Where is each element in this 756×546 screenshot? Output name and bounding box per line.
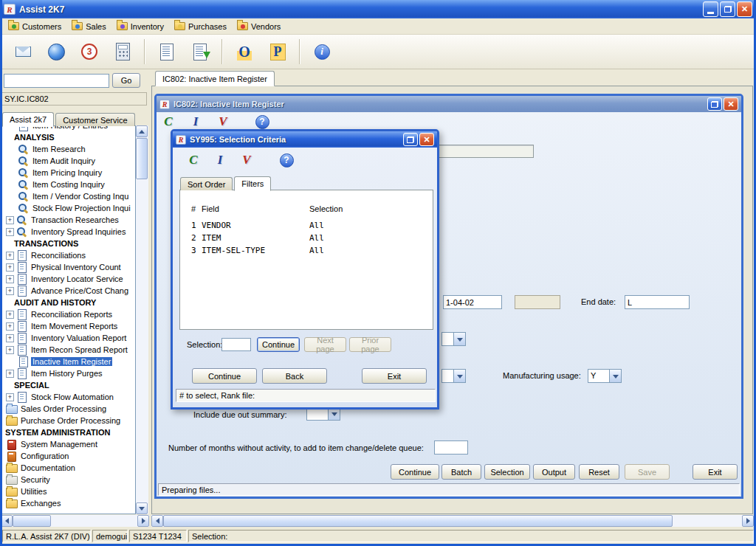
- tab-filters[interactable]: Filters: [234, 176, 271, 191]
- save-button[interactable]: Save: [625, 464, 670, 480]
- criteria-i-icon[interactable]: I: [211, 152, 229, 168]
- tree-item[interactable]: Item Movement Reports: [2, 320, 135, 332]
- start-date-input[interactable]: [443, 295, 502, 309]
- restore-button[interactable]: [720, 1, 735, 17]
- scroll-right-button[interactable]: [137, 515, 149, 527]
- months-input[interactable]: [434, 440, 468, 455]
- next-page-button[interactable]: Next page: [304, 337, 346, 352]
- dialog-back-button[interactable]: Back: [262, 368, 327, 384]
- go-button[interactable]: Go: [112, 73, 140, 88]
- tree-item[interactable]: Item Recon Spread Report: [2, 344, 135, 356]
- search-input[interactable]: [4, 74, 109, 88]
- tree-item[interactable]: Inventory Valuation Report: [2, 332, 135, 344]
- tree-item[interactable]: Inventory Spread Inquiries: [2, 226, 135, 238]
- scroll-thumb[interactable]: [13, 515, 51, 527]
- tree-item[interactable]: Stock Flow Projection Inqui: [2, 202, 135, 214]
- menu-vendors[interactable]: Vendors: [233, 21, 287, 32]
- tab-assist-2k7[interactable]: Assist 2k7: [2, 112, 54, 127]
- menu-sales[interactable]: Sales: [68, 21, 113, 32]
- expand-plus-icon[interactable]: [6, 393, 14, 401]
- tree-item[interactable]: Item Pricing Inquiry: [2, 167, 135, 179]
- output-button[interactable]: Output: [533, 464, 575, 480]
- expand-plus-icon[interactable]: [6, 252, 14, 260]
- end-date-input[interactable]: [625, 295, 690, 309]
- help-icon[interactable]: ?: [278, 152, 295, 168]
- main-horizontal-scrollbar[interactable]: [151, 515, 754, 527]
- tree-item[interactable]: Item Audit Inquiry: [2, 155, 135, 167]
- selection-button[interactable]: Selection: [484, 464, 530, 480]
- scroll-thumb[interactable]: [136, 138, 148, 179]
- tree-item[interactable]: System Management: [2, 438, 135, 450]
- import-icon[interactable]: [188, 38, 213, 65]
- tree-item[interactable]: Transaction Researches: [2, 214, 135, 226]
- tree-item[interactable]: Reconciliation Reports: [2, 308, 135, 320]
- manufacturing-usage-dropdown[interactable]: Y: [588, 369, 622, 383]
- partial-dropdown[interactable]: [441, 332, 466, 346]
- tree-item[interactable]: ANALYSIS: [2, 131, 135, 143]
- tree-item[interactable]: Documentation: [2, 462, 135, 474]
- expand-plus-icon[interactable]: [6, 311, 14, 319]
- tree-item[interactable]: Inventory Locator Service: [2, 273, 135, 285]
- tab-customer-service[interactable]: Customer Service: [55, 113, 134, 126]
- selection-input[interactable]: [221, 338, 251, 351]
- publisher-icon[interactable]: P: [265, 38, 290, 65]
- scroll-thumb[interactable]: [163, 515, 673, 527]
- dropdown-arrow-icon[interactable]: [609, 370, 621, 382]
- minimize-button[interactable]: [703, 1, 718, 17]
- tree-item[interactable]: Exchanges: [2, 497, 135, 509]
- dropdown-arrow-icon[interactable]: [328, 408, 340, 420]
- tree-vertical-scrollbar[interactable]: [136, 125, 148, 514]
- criteria-row[interactable]: 1 VENDOR All: [180, 220, 433, 232]
- batch-button[interactable]: Batch: [441, 464, 481, 480]
- tree-item[interactable]: SPECIAL: [2, 379, 135, 391]
- tree-item[interactable]: Item Research: [2, 143, 135, 155]
- sidebar-horizontal-scrollbar[interactable]: [1, 515, 149, 527]
- tree-item[interactable]: AUDIT AND HISTORY: [2, 297, 135, 308]
- tab-sort-order[interactable]: Sort Order: [180, 177, 233, 190]
- report-document-icon[interactable]: [154, 38, 179, 65]
- tree-item[interactable]: Purchase Order Processing: [2, 415, 135, 426]
- expand-plus-icon[interactable]: [6, 287, 14, 295]
- window-i-icon[interactable]: I: [187, 114, 205, 130]
- tree-item[interactable]: Security: [2, 474, 135, 485]
- window-help-icon[interactable]: ?: [253, 114, 271, 130]
- globe-icon[interactable]: [44, 38, 69, 65]
- menu-customers[interactable]: Customers: [4, 21, 68, 32]
- selection-continue-button[interactable]: Continue: [257, 337, 300, 352]
- close-button[interactable]: ✕: [737, 1, 752, 17]
- expand-plus-icon[interactable]: [6, 216, 14, 224]
- continue-button[interactable]: Continue: [391, 464, 439, 480]
- scroll-right-button[interactable]: [742, 515, 754, 527]
- criteria-row[interactable]: 3 ITEM-SEL-TYPE All: [180, 245, 433, 258]
- prior-page-button[interactable]: Prior page: [349, 337, 391, 352]
- tree-item[interactable]: Reconciliations: [2, 249, 135, 261]
- tree-item[interactable]: TRANSACTIONS: [2, 238, 135, 249]
- clock-icon[interactable]: 3: [77, 38, 102, 65]
- tree-item[interactable]: Item Costing Inquiry: [2, 179, 135, 190]
- tree-item[interactable]: Stock Flow Automation: [2, 391, 135, 403]
- window-c-icon[interactable]: C: [159, 114, 177, 130]
- expand-plus-icon[interactable]: [6, 346, 14, 354]
- mail-icon[interactable]: [10, 38, 35, 65]
- tree-item[interactable]: Advance Price/Cost Chang: [2, 285, 135, 297]
- menu-purchases[interactable]: Purchases: [171, 21, 233, 32]
- tree-item[interactable]: Configuration: [2, 450, 135, 462]
- expand-plus-icon[interactable]: [6, 228, 14, 236]
- expand-plus-icon[interactable]: [6, 322, 14, 331]
- partial-dropdown[interactable]: [441, 369, 466, 383]
- window-v-icon[interactable]: V: [214, 114, 232, 130]
- info-icon[interactable]: i: [309, 38, 334, 65]
- reset-button[interactable]: Reset: [579, 464, 619, 480]
- scroll-left-button[interactable]: [1, 515, 13, 527]
- scroll-down-button[interactable]: [136, 502, 148, 514]
- tree-item[interactable]: Item History Purges: [2, 367, 135, 379]
- maximize-button[interactable]: [403, 133, 418, 146]
- tree-item[interactable]: SYSTEM ADMINISTRATION: [2, 426, 135, 438]
- dialog-continue-button[interactable]: Continue: [192, 368, 257, 384]
- criteria-row[interactable]: 2 ITEM All: [180, 232, 433, 245]
- outlook-icon[interactable]: O: [232, 38, 257, 65]
- tree-item[interactable]: Inactive Item Register: [2, 356, 135, 367]
- menu-inventory[interactable]: Inventory: [113, 21, 171, 32]
- dialog-exit-button[interactable]: Exit: [362, 368, 427, 384]
- tree-item[interactable]: Item / Vendor Costing Inqu: [2, 190, 135, 202]
